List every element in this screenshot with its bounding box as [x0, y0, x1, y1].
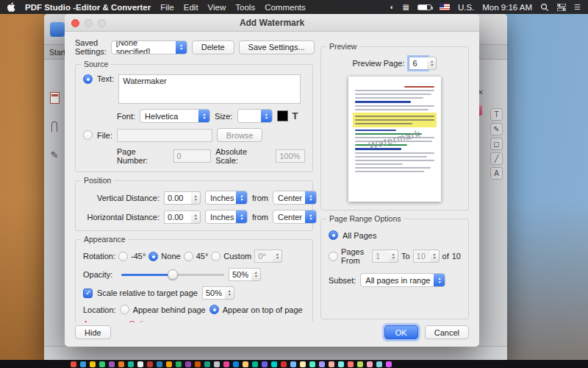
taskbar-app-icon[interactable]	[319, 361, 325, 367]
control-center-icon[interactable]	[557, 4, 566, 11]
text-tool-icon[interactable]: T	[490, 108, 503, 121]
battery-icon[interactable]	[417, 4, 431, 10]
input-source-label[interactable]: U.S.	[458, 3, 474, 12]
menu-extra-icon[interactable]: ▦	[402, 3, 409, 11]
menu-tools[interactable]: Tools	[235, 3, 255, 12]
page-number-input[interactable]: 0	[173, 149, 212, 163]
taskbar-app-icon[interactable]	[147, 361, 153, 367]
taskbar-app-icon[interactable]	[233, 361, 239, 367]
taskbar-app-icon[interactable]	[338, 361, 344, 367]
line-tool-icon[interactable]: ╱	[490, 152, 503, 165]
vertical-anchor-select[interactable]: Center ▴▾	[273, 191, 317, 205]
rotation-custom-field[interactable]: 0° ▴▾	[254, 250, 282, 263]
location-behind-radio[interactable]	[120, 305, 129, 314]
display-status-icon[interactable]: ◐	[390, 3, 394, 11]
cancel-button[interactable]: Cancel	[425, 325, 469, 339]
apple-menu-icon[interactable]	[7, 2, 15, 12]
page-thumbnails-icon[interactable]	[50, 92, 60, 104]
taskbar-app-icon[interactable]	[348, 361, 354, 367]
rotation-custom-radio[interactable]	[211, 252, 220, 261]
taskbar-app-icon[interactable]	[109, 361, 115, 367]
close-window-button[interactable]	[71, 19, 79, 27]
taskbar-app-icon[interactable]	[71, 361, 76, 367]
hide-button[interactable]: Hide	[75, 325, 111, 339]
scale-relative-field[interactable]: 50% ▴▾	[202, 286, 234, 300]
dialog-titlebar[interactable]: Add Watermark	[65, 14, 479, 32]
taskbar-app-icon[interactable]	[80, 361, 86, 367]
appearance-options-link[interactable]: Appearance Options...	[83, 319, 163, 322]
taskbar-app-icon[interactable]	[309, 361, 315, 367]
vertical-unit-select[interactable]: Inches ▴▾	[205, 191, 248, 205]
stepper-arrows-icon[interactable]: ▴▾	[251, 268, 261, 281]
taskbar-app-icon[interactable]	[281, 361, 287, 367]
taskbar-app-icon[interactable]	[204, 361, 210, 367]
scale-relative-checkbox[interactable]	[83, 289, 93, 298]
subset-select[interactable]: All pages in range ▴▾	[360, 273, 445, 287]
ok-button[interactable]: OK	[384, 325, 418, 339]
taskbar-app-icon[interactable]	[118, 361, 124, 367]
text-style-icon[interactable]: T	[293, 110, 298, 121]
taskbar-app-icon[interactable]	[300, 361, 306, 367]
taskbar-app-icon[interactable]	[166, 361, 172, 367]
shape-tool-icon[interactable]: ◻	[490, 138, 503, 150]
rotation-none-radio[interactable]	[148, 252, 158, 261]
pencil-tool-icon[interactable]: ✎	[490, 123, 503, 135]
pages-from-field[interactable]: 1 ▴▾	[372, 250, 398, 263]
source-file-radio[interactable]	[83, 130, 93, 140]
menu-file[interactable]: File	[160, 3, 174, 12]
saved-settings-select[interactable]: [None specified] ▴▾	[111, 40, 187, 54]
stepper-arrows-icon[interactable]: ▴▾	[225, 286, 234, 300]
watermark-text-input[interactable]: Watermaker	[118, 74, 301, 104]
size-select[interactable]: ▴▾	[237, 109, 273, 123]
stepper-arrows-icon[interactable]: ▴▾	[389, 250, 398, 263]
preview-page-field[interactable]: 6 ▴▾	[409, 57, 437, 70]
attachments-icon[interactable]	[51, 121, 57, 132]
all-pages-radio[interactable]	[329, 230, 338, 240]
taskbar-app-icon[interactable]	[90, 361, 96, 367]
taskbar-app-icon[interactable]	[157, 361, 162, 367]
taskbar-app-icon[interactable]	[357, 361, 363, 367]
taskbar-app-icon[interactable]	[214, 361, 220, 367]
input-source-flag-icon[interactable]	[440, 4, 450, 10]
taskbar-app-icon[interactable]	[185, 361, 191, 367]
taskbar-app-icon[interactable]	[367, 361, 373, 367]
stepper-arrows-icon[interactable]: ▴▾	[191, 191, 201, 205]
delete-settings-button[interactable]: Delete	[192, 40, 234, 54]
file-path-input[interactable]	[117, 129, 212, 142]
taskbar-app-icon[interactable]	[223, 361, 229, 367]
taskbar-app-icon[interactable]	[329, 361, 334, 367]
stepper-arrows-icon[interactable]: ▴▾	[191, 210, 201, 224]
pages-to-field[interactable]: 10 ▴▾	[413, 250, 440, 263]
taskbar-app-icon[interactable]	[271, 361, 277, 367]
taskbar-app-icon[interactable]	[128, 361, 134, 367]
save-settings-button[interactable]: Save Settings...	[239, 40, 315, 54]
taskbar-app-icon[interactable]	[195, 361, 201, 367]
taskbar-app-icon[interactable]	[243, 361, 248, 367]
font-select[interactable]: Helvetica ▴▾	[140, 109, 210, 123]
spotlight-search-icon[interactable]	[540, 3, 549, 12]
absolute-scale-input[interactable]: 100%	[276, 149, 305, 163]
vertical-distance-field[interactable]: 0.00 ▴▾	[164, 191, 201, 205]
taskbar-app-icon[interactable]	[99, 361, 105, 367]
taskbar-app-icon[interactable]	[376, 361, 382, 367]
tab-start[interactable]: Start	[49, 48, 65, 57]
notification-center-icon[interactable]: ☰	[574, 3, 581, 11]
menu-view[interactable]: View	[208, 3, 226, 12]
taskbar-app-icon[interactable]	[386, 361, 392, 367]
browse-button[interactable]: Browse	[217, 128, 263, 142]
taskbar-app-icon[interactable]	[176, 361, 182, 367]
horizontal-distance-field[interactable]: 0.00 ▴▾	[164, 210, 201, 224]
horizontal-unit-select[interactable]: Inches ▴▾	[205, 210, 248, 224]
menu-edit[interactable]: Edit	[184, 3, 198, 12]
rotation-minus45-radio[interactable]	[118, 252, 128, 261]
source-text-radio[interactable]	[83, 74, 93, 84]
location-top-radio[interactable]	[209, 305, 219, 314]
taskbar-app-icon[interactable]	[252, 361, 258, 367]
taskbar-app-icon[interactable]	[262, 361, 268, 367]
opacity-field[interactable]: 50% ▴▾	[229, 268, 261, 281]
taskbar-app-icon[interactable]	[290, 361, 296, 367]
edit-pdf-tool-icon[interactable]	[50, 22, 65, 37]
stepper-arrows-icon[interactable]: ▴▾	[273, 250, 282, 263]
text-color-swatch[interactable]	[277, 110, 288, 121]
opacity-slider[interactable]	[121, 269, 224, 280]
